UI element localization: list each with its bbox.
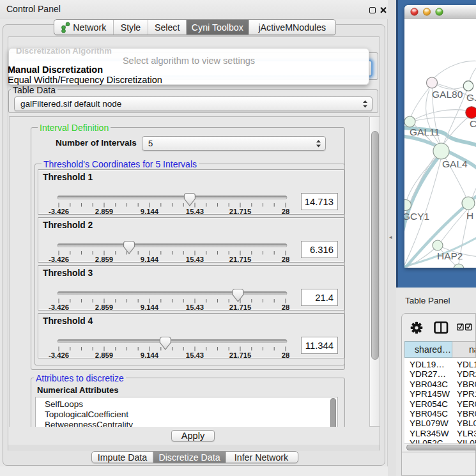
svg-text:2.859: 2.859	[95, 303, 113, 311]
svg-text:9.144: 9.144	[141, 208, 159, 215]
svg-text:2.859: 2.859	[95, 256, 113, 263]
svg-text:28: 28	[282, 351, 290, 359]
svg-text:H: H	[466, 210, 473, 221]
svg-text:G.: G.	[466, 92, 476, 103]
svg-text:HAP2: HAP2	[437, 250, 463, 261]
svg-text:21.715: 21.715	[229, 351, 252, 359]
svg-text:15.43: 15.43	[186, 256, 204, 263]
svg-text:9.144: 9.144	[141, 303, 159, 311]
svg-text:2.859: 2.859	[95, 208, 113, 215]
svg-text:28: 28	[282, 303, 290, 311]
svg-text:C: C	[470, 118, 476, 129]
svg-text:9.144: 9.144	[141, 256, 159, 263]
svg-text:-3.426: -3.426	[49, 351, 69, 359]
svg-text:GAL4: GAL4	[442, 158, 468, 169]
svg-text:15.43: 15.43	[186, 303, 204, 311]
svg-text:9.144: 9.144	[141, 351, 159, 359]
svg-text:-3.426: -3.426	[49, 303, 69, 311]
svg-text:-3.426: -3.426	[49, 256, 69, 263]
svg-text:GCY1: GCY1	[404, 211, 429, 222]
svg-text:-3.426: -3.426	[49, 208, 69, 215]
svg-text:GAL80: GAL80	[432, 89, 463, 100]
svg-text:15.43: 15.43	[186, 351, 204, 359]
svg-text:21.715: 21.715	[229, 256, 252, 263]
svg-text:28: 28	[282, 208, 290, 215]
svg-text:15.43: 15.43	[186, 208, 204, 215]
svg-text:21.715: 21.715	[229, 303, 252, 311]
svg-text:GAL11: GAL11	[410, 127, 440, 137]
svg-text:21.715: 21.715	[229, 208, 252, 215]
svg-text:28: 28	[282, 256, 290, 263]
svg-text:2.859: 2.859	[95, 351, 113, 359]
